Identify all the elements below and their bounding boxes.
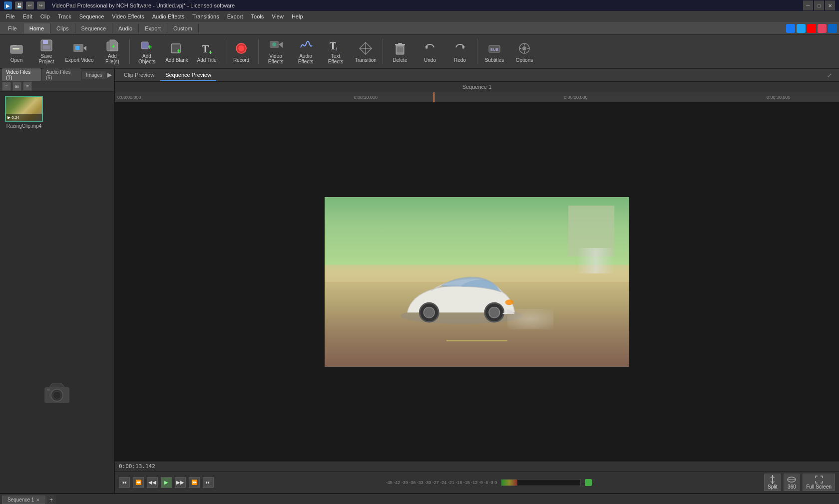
toolbar-quick-redo[interactable]: ↪ <box>37 1 45 9</box>
save-project-icon <box>38 38 54 52</box>
redo-label: Redo <box>454 57 466 63</box>
add-blank-button[interactable]: + Add Blank <box>162 36 191 66</box>
maximize-button[interactable]: □ <box>814 0 824 10</box>
svg-rect-27 <box>395 44 405 45</box>
transition-button[interactable]: Transition <box>351 36 380 66</box>
tab-home[interactable]: Home <box>23 23 50 33</box>
text-effects-button[interactable]: Tt Text Effects <box>321 36 350 66</box>
svg-rect-1 <box>12 48 19 49</box>
add-objects-button[interactable]: + Add Objects <box>132 36 161 66</box>
menu-help[interactable]: Help <box>288 12 307 20</box>
instagram-icon[interactable] <box>818 24 827 33</box>
file-toolbar-btn-2[interactable]: ⊞ <box>12 82 21 91</box>
delete-button[interactable]: Delete <box>386 36 415 66</box>
video-effects-label: Video Effects <box>264 53 288 64</box>
menu-view[interactable]: View <box>268 12 288 20</box>
titlebar-controls: ─ □ ✕ <box>803 0 835 10</box>
next-frame-button[interactable]: ⏩ <box>189 477 200 488</box>
export-video-button[interactable]: Export Video <box>62 36 97 66</box>
export-video-label: Export Video <box>65 57 93 63</box>
svg-point-47 <box>505 299 513 305</box>
file-tab-audio[interactable]: Audio Files (6) <box>42 68 81 81</box>
window-title: VideoPad Professional by NCH Software - … <box>52 2 235 8</box>
rewind-button[interactable]: ◀◀ <box>147 477 158 488</box>
open-icon <box>8 40 24 56</box>
main-content: Video Files (1) Audio Files (6) Images ▶… <box>0 69 839 493</box>
menu-transitions[interactable]: Transitions <box>188 12 223 20</box>
tab-sequence[interactable]: Sequence <box>75 23 113 33</box>
file-tabs-more[interactable]: ▶ <box>107 71 112 78</box>
linkedin-icon[interactable] <box>828 24 837 33</box>
options-button[interactable]: Options <box>510 36 539 66</box>
go-start-button[interactable]: ⏮ <box>119 477 130 488</box>
twitter-icon[interactable] <box>797 24 806 33</box>
audio-meter-labels: -45 -42 -39 -36 -33 -30 -27 -24 -21 -18 … <box>386 480 497 485</box>
menu-sequence[interactable]: Sequence <box>75 12 108 20</box>
clip-preview-tab[interactable]: Clip Preview <box>119 70 159 81</box>
add-blank-label: Add Blank <box>165 57 188 63</box>
save-project-button[interactable]: Save Project <box>32 36 61 66</box>
seq-tab-add[interactable]: + <box>46 496 55 504</box>
seq-tab-1-close[interactable]: ✕ <box>36 498 40 503</box>
split-button[interactable]: Split <box>764 474 781 491</box>
file-tab-video[interactable]: Video Files (1) <box>2 68 41 81</box>
audio-effects-icon <box>298 38 314 52</box>
undo-button[interactable]: Undo <box>416 36 444 66</box>
open-button[interactable]: Open <box>2 36 31 66</box>
toolbar-quick-undo[interactable]: ↩ <box>26 1 34 9</box>
preview-expand-btn[interactable]: ⤢ <box>824 72 835 79</box>
tab-audio[interactable]: Audio <box>112 23 139 33</box>
youtube-icon[interactable] <box>807 24 816 33</box>
fast-forward-button[interactable]: ▶▶ <box>175 477 186 488</box>
menu-video-effects[interactable]: Video Effects <box>108 12 148 20</box>
svg-text:+: + <box>148 43 152 51</box>
export-video-icon <box>71 40 87 56</box>
tab-custom[interactable]: Custom <box>167 23 199 33</box>
prev-frame-button[interactable]: ⏪ <box>133 477 144 488</box>
tab-clips[interactable]: Clips <box>50 23 75 33</box>
svg-text:+: + <box>209 49 212 55</box>
menu-export[interactable]: Export <box>223 12 247 20</box>
record-button[interactable]: Record <box>227 36 256 66</box>
fullscreen-button[interactable]: Full Screen <box>803 474 835 491</box>
audio-effects-button[interactable]: Audio Effects <box>291 36 320 66</box>
go-end-button[interactable]: ⏭ <box>203 477 214 488</box>
svg-marker-50 <box>770 482 775 483</box>
minimize-button[interactable]: ─ <box>803 0 813 10</box>
menu-clip[interactable]: Clip <box>36 12 54 20</box>
file-tab-images[interactable]: Images <box>82 71 106 79</box>
tab-export[interactable]: Export <box>139 23 167 33</box>
text-effects-icon: Tt <box>328 38 344 52</box>
preview-ruler[interactable]: 0:00:00.000 0:00:10.000 0:00:20.000 0:00… <box>115 92 839 102</box>
seq-tab-1[interactable]: Sequence 1 ✕ <box>2 496 45 504</box>
sequence-preview-tab[interactable]: Sequence Preview <box>160 70 216 81</box>
menu-file[interactable]: File <box>2 12 19 20</box>
toolbar-quick-save[interactable]: 💾 <box>15 1 23 9</box>
vr360-button[interactable]: 360 <box>784 474 800 491</box>
file-toolbar: ≡ ⊞ ≡ <box>0 81 114 92</box>
preview-controls: ⏮ ⏪ ◀◀ ▶ ▶▶ ⏩ ⏭ -45 -42 -39 -36 -33 -30 … <box>115 471 839 493</box>
tab-file[interactable]: File <box>2 23 23 33</box>
facebook-icon[interactable] <box>786 24 795 33</box>
menu-tools[interactable]: Tools <box>247 12 268 20</box>
file-toolbar-btn-3[interactable]: ≡ <box>23 82 32 91</box>
video-bg <box>325 197 629 367</box>
svg-marker-19 <box>279 42 283 48</box>
timeline-section: Sequence 1 ✕ + Timeline ▾ 0:00:00.000 0:… <box>0 493 839 504</box>
menu-audio-effects[interactable]: Audio Effects <box>148 12 189 20</box>
redo-button[interactable]: Redo <box>445 36 474 66</box>
add-title-button[interactable]: T+ Add Title <box>192 36 221 66</box>
play-button[interactable]: ▶ <box>161 477 172 488</box>
menu-edit[interactable]: Edit <box>19 12 36 20</box>
file-toolbar-btn-1[interactable]: ≡ <box>2 82 11 91</box>
svg-text:t: t <box>336 45 338 51</box>
undo-label: Undo <box>424 57 436 63</box>
file-item-racingclip[interactable]: ▶ 0:24 RacingClip.mp4 <box>4 96 44 129</box>
close-button[interactable]: ✕ <box>825 0 835 10</box>
file-content: ▶ 0:24 RacingClip.mp4 <box>0 92 114 296</box>
add-files-button[interactable]: + Add File(s) <box>98 36 127 66</box>
ruler-mark-3: 0:00:30.000 <box>767 95 791 100</box>
menu-track[interactable]: Track <box>54 12 75 20</box>
video-effects-button[interactable]: Video Effects <box>261 36 290 66</box>
subtitles-button[interactable]: SUB Subtitles <box>480 36 509 66</box>
